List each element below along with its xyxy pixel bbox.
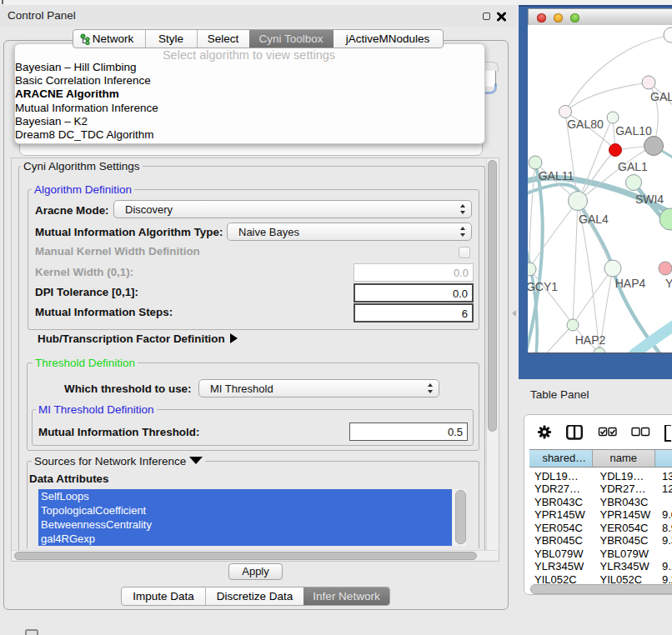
svg-text:GAL80: GAL80 <box>567 118 604 131</box>
svg-text:GAL4: GAL4 <box>579 212 609 226</box>
svg-text:GAL10: GAL10 <box>615 124 652 138</box>
svg-text:YJR: YJR <box>665 277 672 290</box>
svg-text:HAP4: HAP4 <box>615 277 646 290</box>
svg-text:GAL2: GAL2 <box>650 90 672 103</box>
svg-text:HAP2: HAP2 <box>575 333 606 347</box>
svg-text:GCY1: GCY1 <box>528 280 558 293</box>
svg-text:GAL1: GAL1 <box>618 160 648 173</box>
svg-text:SWI4: SWI4 <box>635 192 664 206</box>
svg-text:GAL11: GAL11 <box>539 169 574 182</box>
